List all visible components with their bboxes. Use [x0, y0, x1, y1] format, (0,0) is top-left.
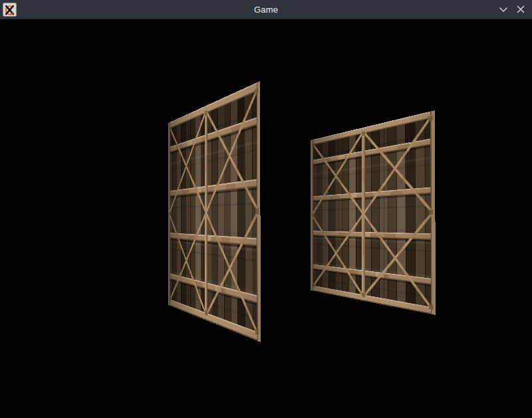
- xorg-logo-icon: [3, 3, 17, 17]
- crate-panel-left: [168, 81, 261, 342]
- chevron-down-icon: [499, 7, 508, 13]
- window-controls: [496, 0, 528, 19]
- desktop: { "window": { "title": "Game" }, "titleb…: [0, 0, 532, 418]
- window-unmaximize-button[interactable]: [496, 2, 511, 17]
- game-window: Game: [0, 0, 532, 418]
- panel-shading-overlay: [311, 110, 436, 315]
- titlebar[interactable]: Game: [0, 0, 532, 19]
- window-close-button[interactable]: [513, 2, 528, 17]
- game-viewport[interactable]: [0, 0, 532, 418]
- close-icon: [517, 5, 525, 13]
- panel-shading-overlay: [168, 81, 261, 342]
- window-title: Game: [40, 0, 492, 19]
- window-menu-button[interactable]: [3, 3, 17, 17]
- crate-panel-right: [311, 110, 436, 315]
